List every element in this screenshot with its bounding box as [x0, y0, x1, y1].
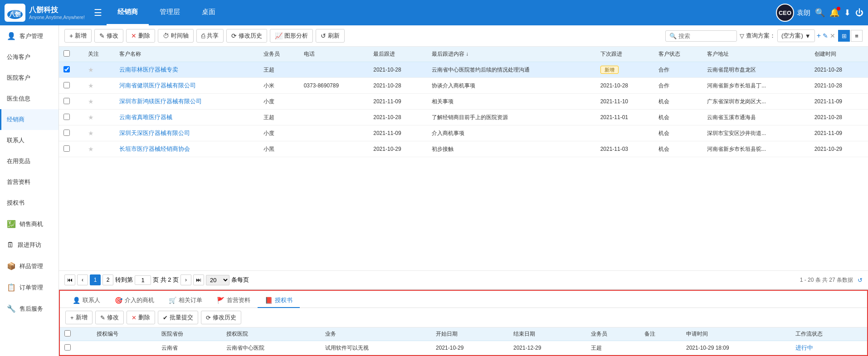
- sub-edit-button[interactable]: ✎ 修改: [95, 311, 124, 324]
- sidebar-item-hospital-customer[interactable]: 医院客户: [0, 67, 59, 88]
- sidebar-label-contact: 联系人: [7, 136, 24, 144]
- add-filter-icon[interactable]: +: [817, 32, 821, 40]
- timeline-button[interactable]: ⏱ 时间轴: [158, 29, 194, 43]
- sub-tab-contact[interactable]: 👤 联系人: [65, 293, 107, 308]
- download-icon[interactable]: ⬇: [844, 8, 851, 18]
- edit-filter-icon[interactable]: ✎: [823, 32, 828, 39]
- user-avatar-area[interactable]: CEO 袁朗: [776, 4, 810, 22]
- customer-name-link[interactable]: 河南省健琪医疗器械有限公司: [119, 82, 196, 89]
- customer-name-link[interactable]: 云南菲林医疗器械专卖: [119, 66, 178, 73]
- delete-label: 删除: [138, 32, 150, 40]
- authbook-tab-label: 授权书: [275, 296, 293, 304]
- notification-icon[interactable]: 🔔: [829, 8, 839, 18]
- next-follow-cell: 2021-11-01: [596, 110, 654, 125]
- star-icon[interactable]: ★: [88, 82, 94, 89]
- refresh-button[interactable]: ↺ 刷新: [316, 29, 345, 43]
- sidebar-item-dealer[interactable]: 经销商: [0, 109, 59, 130]
- hamburger-icon[interactable]: ☰: [94, 7, 102, 18]
- sub-tab-order[interactable]: 🛒 相关订单: [161, 293, 210, 308]
- search-box[interactable]: 🔍: [665, 30, 737, 42]
- prev-page-button[interactable]: ‹: [77, 274, 88, 285]
- sidebar-item-public-customer[interactable]: 公海客户: [0, 47, 59, 67]
- nav-tab-management[interactable]: 管理层: [149, 0, 191, 25]
- star-icon[interactable]: ★: [88, 130, 94, 137]
- search-input[interactable]: [678, 33, 733, 39]
- sub-history-button[interactable]: ⟳ 修改历史: [201, 311, 241, 324]
- goto-input[interactable]: [135, 275, 151, 285]
- sub-col-startdate: 开始日期: [431, 327, 509, 341]
- edit-label: 修改: [107, 32, 118, 40]
- phone-cell: [299, 125, 369, 141]
- list-view-button[interactable]: ≡: [851, 30, 863, 42]
- page-1-button[interactable]: 1: [90, 274, 101, 285]
- sidebar-item-first-営[interactable]: 首营资料: [0, 172, 59, 192]
- share-button[interactable]: ⎙ 共享: [196, 29, 224, 43]
- chart-label: 图形分析: [284, 32, 308, 40]
- row-checkbox[interactable]: [63, 82, 70, 88]
- star-icon[interactable]: ★: [88, 98, 94, 105]
- sub-tab-shouyingziliao[interactable]: 🚩 首营资料: [210, 293, 258, 308]
- refresh-icon: ↺: [321, 32, 326, 39]
- customer-name-link[interactable]: 云南省真唯医疗器械: [119, 114, 172, 120]
- last-content-cell: 了解经销商目前手上的医院资源: [427, 110, 596, 125]
- sidebar-item-sample-mgmt[interactable]: 📦 样品管理: [0, 255, 59, 277]
- star-icon[interactable]: ★: [88, 114, 94, 121]
- sidebar-item-order-mgmt[interactable]: 📋 订单管理: [0, 277, 59, 298]
- add-button[interactable]: + 新增: [64, 29, 92, 43]
- sub-history-label: 修改历史: [213, 313, 236, 322]
- search-nav-icon[interactable]: 🔍: [815, 8, 825, 18]
- create-time-cell: 2021-10-28: [810, 62, 868, 78]
- sidebar-item-doctor-info[interactable]: 医生信息: [0, 88, 59, 109]
- main-table-wrapper: 关注 客户名称 业务员 电话 最后跟进 最后跟进内容 ↓ 下次跟进 客户状态 客…: [59, 47, 868, 270]
- pagination: ⏮ ‹ 1 2 转到第 页 共 2 页 › ⏭ 20 50 100 条每页 1 …: [59, 270, 868, 289]
- next-page-button[interactable]: ›: [180, 274, 191, 285]
- chart-button[interactable]: 📈 图形分析: [270, 29, 313, 43]
- sidebar-item-customer-mgmt[interactable]: 👤 客户管理: [0, 25, 59, 47]
- customer-name-link[interactable]: 长垣市医疗器械经销商协会: [119, 145, 190, 152]
- star-icon[interactable]: ★: [88, 145, 94, 153]
- sub-add-button[interactable]: + 新增: [65, 311, 93, 324]
- nav-tab-dealer[interactable]: 经销商: [107, 0, 149, 25]
- row-checkbox[interactable]: [63, 130, 70, 136]
- history-button[interactable]: ⟳ 修改历史: [226, 29, 267, 43]
- row-checkbox[interactable]: [63, 145, 70, 152]
- filter-select[interactable]: (空方案) ▼: [777, 29, 815, 42]
- select-all-checkbox[interactable]: [63, 50, 70, 57]
- sidebar-label-hospital-customer: 医院客户: [7, 74, 30, 82]
- per-page-select[interactable]: 20 50 100: [206, 275, 229, 285]
- sub-row-checkbox[interactable]: [64, 344, 71, 351]
- sub-tab-authbook[interactable]: 📕 授权书: [258, 293, 300, 308]
- nav-tab-desktop[interactable]: 桌面: [191, 0, 226, 25]
- row-checkbox[interactable]: [63, 98, 70, 104]
- sidebar-item-auth[interactable]: 授权书: [0, 192, 59, 213]
- first-page-button[interactable]: ⏮: [64, 274, 75, 285]
- sidebar-item-sales-opportunity[interactable]: 💹 销售商机: [0, 213, 59, 235]
- row-checkbox[interactable]: [63, 66, 70, 72]
- customer-name-link[interactable]: 深圳天深医疗器械有限公司: [119, 130, 190, 136]
- sub-select-all-checkbox[interactable]: [64, 330, 71, 337]
- page-2-button[interactable]: 2: [102, 274, 113, 285]
- wf-status-cell[interactable]: 进行中: [795, 344, 813, 351]
- sub-tab-opportunity[interactable]: 🎯 介入的商机: [107, 293, 161, 308]
- sidebar-item-contact[interactable]: 联系人: [0, 130, 59, 151]
- sidebar-item-follow-visit[interactable]: 🗓 跟进拜访: [0, 235, 59, 255]
- edit-button[interactable]: ✎ 修改: [94, 29, 123, 43]
- sidebar-label-customer-mgmt: 客户管理: [20, 32, 43, 40]
- row-checkbox[interactable]: [63, 114, 70, 120]
- grid-view-button[interactable]: ⊞: [838, 30, 850, 42]
- sub-authno-cell: [92, 341, 157, 355]
- last-page-button[interactable]: ⏭: [193, 274, 204, 285]
- sidebar-item-after-sales[interactable]: 🔧 售后服务: [0, 298, 59, 319]
- batch-submit-button[interactable]: ✔ 批量提交: [158, 311, 198, 324]
- sub-delete-button[interactable]: ✕ 删除: [127, 311, 155, 324]
- sidebar-item-competitor[interactable]: 在用竞品: [0, 151, 59, 172]
- star-icon[interactable]: ★: [88, 66, 94, 73]
- customer-name-link[interactable]: 深圳市新鸿镁医疗器械有限公司: [119, 98, 202, 105]
- close-filter-icon[interactable]: ✕: [830, 32, 835, 39]
- power-icon[interactable]: ⏻: [855, 8, 863, 18]
- delete-button[interactable]: ✕ 删除: [126, 29, 155, 43]
- main-content: + 新增 ✎ 修改 ✕ 删除 ⏱ 时间轴 ⎙ 共享 ⟳ 修改历史: [59, 25, 868, 356]
- last-follow-cell: 2021-10-29: [369, 141, 427, 157]
- reload-icon[interactable]: ↺: [858, 277, 863, 284]
- sub-startdate-cell: 2021-10-29: [431, 341, 509, 355]
